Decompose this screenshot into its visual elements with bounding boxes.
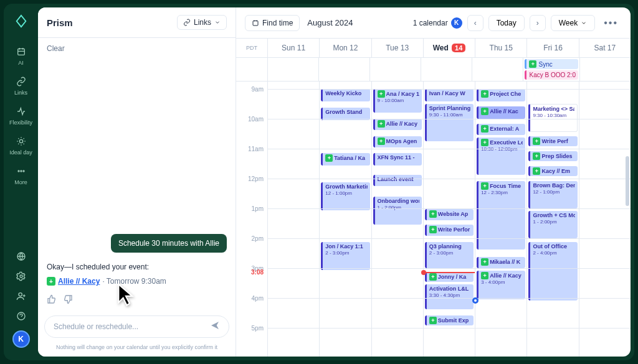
calendar-event[interactable]: +Executive Leadership Meeting10:30 - 12:… [477, 138, 525, 175]
calendar-event[interactable]: Ivan / Kacy W [425, 89, 474, 101]
calendar-event[interactable]: +External: A [477, 124, 525, 135]
calendar-ai-icon [16, 46, 27, 57]
chat-input[interactable] [54, 322, 205, 331]
scheduled-event-chip[interactable]: + Allie // Kacy · Tomorrow 9:30am [47, 277, 227, 286]
app-logo[interactable] [11, 11, 31, 31]
calendar-toolbar: Find time August 2024 1 calendar K ‹ Tod… [236, 7, 631, 39]
calendar-event[interactable]: Activation L&L3:30 - 4:30pm [425, 284, 474, 309]
help-icon[interactable] [16, 310, 27, 322]
calendar-event[interactable]: Growth + CS Monthly1 - 2:00pm [528, 211, 577, 238]
day-header-mon[interactable]: Mon 12 [319, 39, 371, 57]
calendar-event[interactable]: +Website Ap [425, 209, 474, 220]
calendar-event[interactable]: +Write Perf [528, 136, 577, 146]
calendar-event[interactable]: +Prep Slides [528, 151, 577, 161]
view-selector[interactable]: Week [551, 15, 595, 31]
calendar-event[interactable]: +Project Che [477, 89, 525, 101]
svg-point-1 [19, 139, 22, 142]
calendar-event[interactable]: +Submit Exp [425, 315, 474, 325]
hour-label: 1pm [252, 205, 264, 212]
hour-label: 9am [252, 86, 264, 93]
time-marker-dot [472, 297, 478, 304]
avatar[interactable]: K [12, 330, 30, 348]
sidebar-item-label: Links [14, 90, 27, 96]
sidebar-item-flexibility[interactable]: Flexibility [4, 101, 38, 131]
chevron-down-icon [214, 19, 221, 26]
allday-event[interactable]: +Sync [525, 59, 578, 69]
scrollbar[interactable] [626, 156, 629, 206]
find-time-button[interactable]: Find time [245, 15, 300, 31]
calendar-event[interactable]: Q3 planning2 - 3:00pm [425, 242, 474, 268]
today-button[interactable]: Today [488, 15, 525, 31]
calendar-event[interactable]: XFN Sync 11 - [373, 153, 422, 166]
sidebar-item-ideal-day[interactable]: Ideal day [4, 131, 38, 161]
clear-button[interactable]: Clear [38, 38, 236, 59]
feedback-buttons [47, 294, 227, 304]
day-header-fri[interactable]: Fri 16 [526, 39, 578, 57]
calendar-event[interactable]: Brown Bag: Demo12 - 1:00pm [528, 181, 577, 208]
day-header-wed[interactable]: Wed 14 [423, 39, 475, 57]
prev-week-button[interactable]: ‹ [467, 15, 483, 31]
calendar-event[interactable]: Launch event [373, 175, 422, 186]
thumbs-up-icon[interactable] [47, 294, 57, 304]
sidebar-item-more[interactable]: More [4, 161, 38, 190]
hour-label: 12pm [248, 175, 264, 182]
calendar-event[interactable]: +Ana / Kacy 1:19 - 10:00am [373, 89, 422, 113]
sidebar-item-label: AI [18, 60, 24, 66]
calendar-event[interactable]: Marketing <> Sales Weekly9:30 - 10:30am [528, 104, 577, 132]
settings-gear-icon[interactable] [16, 271, 27, 282]
calendar-event[interactable]: Growth Marketing Sync12 - 1:00pm [321, 182, 369, 210]
next-week-button[interactable]: › [530, 15, 546, 31]
svg-point-7 [19, 293, 22, 296]
calendar-event[interactable]: Jon / Kacy 1:12 - 3:00pm [321, 242, 369, 270]
day-header-sun[interactable]: Sun 11 [267, 39, 319, 57]
ai-response-text: Okay—I scheduled your event: [47, 261, 227, 273]
calendar-event[interactable]: +MOps Agen [373, 136, 422, 147]
sidebar-item-label: Flexibility [9, 119, 32, 126]
user-add-icon[interactable] [16, 291, 27, 302]
plus-icon: + [47, 277, 55, 286]
calendar-event[interactable]: +Write Perfor [425, 225, 474, 236]
calendar-event[interactable]: +Tatiana / Ka [321, 153, 369, 166]
calendar-event[interactable]: +Kacy // Em [528, 166, 577, 176]
send-button[interactable] [210, 320, 220, 333]
more-icon [16, 166, 27, 177]
day-header-tue[interactable]: Tue 13 [371, 39, 423, 57]
links-button[interactable]: Links [177, 15, 227, 30]
thumbs-down-icon[interactable] [63, 294, 73, 304]
calendar-event[interactable]: +Jonny / Ka [425, 272, 474, 282]
hour-label: 2pm [252, 235, 264, 242]
day-header: PDT Sun 11 Mon 12 Tue 13 Wed 14 Thu 15 F… [236, 39, 631, 58]
calendar-event[interactable]: +Allie // Kacy Weekly 1:13 - 4:00pm [477, 271, 525, 299]
calendar-event[interactable]: Growth Stand [321, 108, 369, 120]
toolbar-more-button[interactable]: ••• [600, 17, 622, 29]
calendar-event[interactable]: Sprint Planning9:30 - 11:00am [425, 104, 474, 141]
hour-label: 5pm [252, 325, 264, 332]
calendar-event[interactable]: Out of Office2 - 4:00pm [528, 242, 577, 301]
sidebar-item-label: More [14, 179, 27, 185]
hour-label: 11am [248, 146, 264, 152]
chat-footer-note: Nothing will change on your calendar unt… [38, 344, 236, 357]
calendar-event[interactable]: Weekly Kicko [321, 89, 369, 101]
calendar-icon [252, 19, 259, 27]
sidebar-item-links[interactable]: Links [4, 71, 38, 101]
globe-icon[interactable] [16, 251, 27, 262]
chat-input-wrap[interactable] [44, 315, 229, 338]
calendar-event[interactable]: +Allie // Kacy [373, 119, 422, 130]
calendar-grid: 9am10am11am12pm1pm2pm3pm4pm5pm3:08 Weekl… [236, 82, 631, 357]
calendar-event[interactable]: +Focus Time12 - 2:30pm [477, 181, 525, 250]
calendar-count[interactable]: 1 calendar K [413, 17, 462, 29]
calendar-event[interactable]: Onboarding workshop1 - 2:00pm [373, 197, 422, 225]
sidebar-item-ai[interactable]: AI [4, 41, 38, 71]
now-indicator [424, 272, 475, 273]
calendar-event[interactable]: +Mikaela // K [477, 257, 525, 268]
day-header-sat[interactable]: Sat 17 [579, 39, 631, 57]
month-label[interactable]: August 2024 [305, 18, 353, 27]
hour-label: 4pm [252, 295, 264, 302]
allday-event[interactable]: Kacy B OOO 2:0 [525, 70, 578, 80]
day-header-thu[interactable]: Thu 15 [475, 39, 526, 57]
calendar-event[interactable]: +Allie // Kac [477, 106, 525, 119]
allday-cell-fri: +Sync Kacy B OOO 2:0 [523, 58, 579, 81]
flexibility-icon [16, 106, 27, 117]
sidebar: AI Links Flexibility Ideal day More K [4, 4, 38, 360]
svg-rect-9 [253, 21, 258, 26]
